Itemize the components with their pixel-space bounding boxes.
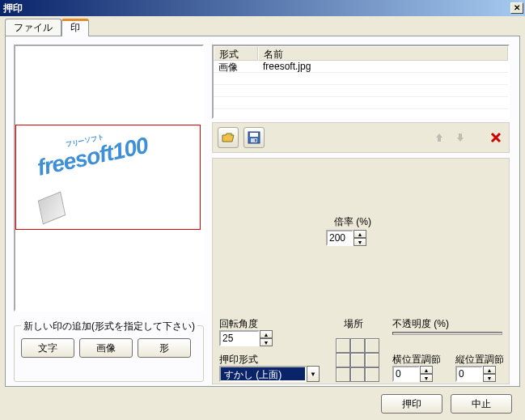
empty-row — [214, 73, 508, 85]
rotation-input[interactable] — [219, 330, 260, 346]
col-format[interactable]: 形式 — [214, 46, 258, 61]
pos-bl[interactable] — [336, 367, 350, 382]
opacity-slider[interactable] — [392, 332, 502, 335]
pos-ml[interactable] — [336, 353, 350, 367]
tab-strip: ファイル 印 — [5, 19, 520, 36]
arrow-up-icon — [434, 132, 445, 143]
add-stamp-group: 新しい印の追加(形式を指定して下さい) 文字 画像 形 — [14, 325, 204, 382]
folder-open-icon — [222, 131, 235, 144]
move-down-button[interactable] — [452, 129, 468, 146]
move-up-button[interactable] — [431, 129, 447, 146]
scale-up[interactable]: ▲ — [354, 230, 366, 238]
vpos-spinner[interactable]: ▲▼ — [455, 366, 496, 382]
chevron-down-icon[interactable]: ▼ — [307, 366, 320, 382]
add-stamp-title: 新しい印の追加(形式を指定して下さい) — [21, 320, 197, 333]
hpos-down[interactable]: ▼ — [420, 374, 433, 382]
pos-tr[interactable] — [365, 338, 379, 353]
toolbar — [212, 122, 510, 153]
floppy-icon — [248, 131, 260, 144]
row-name: freesoft.jpg — [258, 61, 508, 72]
scale-input[interactable] — [326, 230, 354, 246]
stamp-list[interactable]: 形式 名前 画像 freesoft.jpg — [212, 45, 510, 119]
x-icon — [490, 132, 502, 143]
hpos-input[interactable] — [392, 366, 420, 382]
stamp-format-combo[interactable]: すかし (上面) ▼ — [219, 366, 320, 382]
add-text-button[interactable]: 文字 — [21, 338, 74, 358]
rot-down[interactable]: ▼ — [260, 338, 273, 346]
window-title: 押印 — [3, 2, 510, 15]
vpos-up[interactable]: ▲ — [483, 366, 496, 374]
ok-button[interactable]: 押印 — [381, 394, 442, 414]
preview-box[interactable]: フリーソフト freesoft100 — [14, 45, 204, 312]
cancel-button[interactable]: 中止 — [451, 394, 512, 414]
pos-br[interactable] — [365, 367, 379, 382]
left-panel: フリーソフト freesoft100 新しい印の追加(形式を指定して下さい) 文… — [14, 45, 204, 383]
scale-spinner[interactable]: ▲▼ — [326, 230, 366, 246]
col-name[interactable]: 名前 — [258, 46, 508, 61]
tab-file[interactable]: ファイル — [5, 19, 61, 36]
footer: 押印 中止 — [0, 388, 525, 420]
settings-area: 倍率 (%) ▲▼ 回転角度 ▲▼ 押印形式 すかし (上面) ▼ 場所 — [212, 158, 510, 384]
list-row[interactable]: 画像 freesoft.jpg — [214, 61, 508, 73]
rotation-label: 回転角度 — [219, 317, 258, 331]
save-button[interactable] — [243, 127, 265, 148]
pos-tc[interactable] — [350, 338, 365, 353]
opacity-label: 不透明度 (%) — [392, 317, 449, 331]
position-label: 場所 — [344, 317, 363, 331]
tab-stamp[interactable]: 印 — [61, 19, 89, 36]
add-image-button[interactable]: 画像 — [79, 338, 133, 358]
pos-mr[interactable] — [365, 353, 379, 367]
hpos-spinner[interactable]: ▲▼ — [392, 366, 433, 382]
vpos-input[interactable] — [455, 366, 483, 382]
empty-row — [214, 97, 508, 109]
list-header: 形式 名前 — [214, 46, 508, 61]
tab-panel: フリーソフト freesoft100 新しい印の追加(形式を指定して下さい) 文… — [5, 36, 520, 387]
stamp-format-value: すかし (上面) — [219, 366, 307, 382]
row-format: 画像 — [214, 61, 258, 72]
titlebar: 押印 ✕ — [0, 0, 525, 16]
add-shape-button[interactable]: 形 — [138, 338, 191, 358]
vpos-down[interactable]: ▼ — [483, 374, 496, 382]
rot-up[interactable]: ▲ — [260, 330, 273, 338]
stamp-format-label: 押印形式 — [219, 353, 258, 367]
arrow-down-icon — [455, 132, 466, 143]
pos-tl[interactable] — [336, 338, 350, 353]
open-button[interactable] — [218, 127, 239, 148]
hpos-up[interactable]: ▲ — [420, 366, 433, 374]
delete-button[interactable] — [488, 129, 504, 146]
position-grid[interactable] — [336, 338, 379, 382]
close-button[interactable]: ✕ — [510, 2, 523, 14]
svg-rect-3 — [255, 139, 256, 142]
hpos-label: 横位置調節 — [392, 353, 441, 367]
pos-mc[interactable] — [350, 353, 365, 367]
vpos-label: 縦位置調節 — [455, 353, 504, 367]
svg-rect-1 — [250, 133, 258, 137]
scale-label: 倍率 (%) — [334, 215, 371, 229]
scale-down[interactable]: ▼ — [354, 238, 366, 246]
right-panel: 形式 名前 画像 freesoft.jpg — [212, 45, 511, 383]
pos-bc[interactable] — [350, 367, 365, 382]
empty-row — [214, 85, 508, 97]
empty-row — [214, 109, 508, 119]
rotation-spinner[interactable]: ▲▼ — [219, 330, 273, 346]
